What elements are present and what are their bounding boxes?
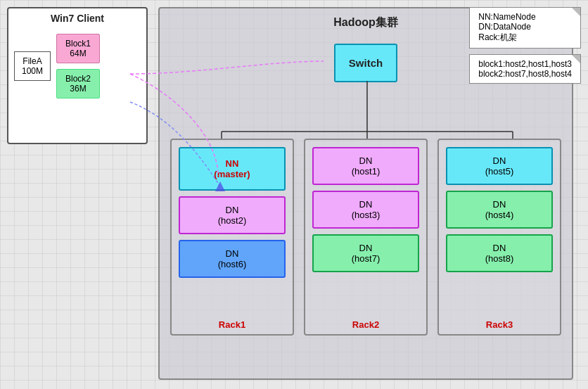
legend-area: NN:NameNode DN:DataNode Rack:机架 block1:h… (469, 7, 581, 84)
block2-label: Block236M (65, 74, 91, 94)
switch-box: Switch (334, 44, 397, 82)
dn-host1-node: DN(host1) (312, 147, 419, 185)
win7-title: Win7 Client (8, 8, 146, 27)
dn-host8-node: DN(host8) (446, 234, 553, 272)
block1-label: Block164M (65, 39, 91, 58)
legend-block1: block1:host2,host1,host3 (478, 59, 572, 69)
win7-client-box: Win7 Client FileA100M Block164M Block236… (7, 7, 148, 144)
nn-master-node: NN(master) (179, 147, 286, 191)
dn-host7-node: DN(host7) (312, 234, 419, 272)
legend-box2: block1:host2,host1,host3 block2:host7,ho… (469, 54, 581, 84)
racks-row: NN(master) DN(host2) DN(host6) Rack1 DN(… (170, 139, 561, 336)
rack2-label: Rack2 (352, 319, 379, 330)
legend-rack: Rack:机架 (478, 32, 572, 44)
filea-label: FileA100M (22, 56, 43, 76)
legend-dn: DN:DataNode (478, 22, 572, 32)
switch-label: Switch (349, 57, 383, 69)
blocks-col: Block164M Block236M (56, 34, 100, 98)
block2-box: Block236M (56, 69, 100, 98)
win7-inner: FileA100M Block164M Block236M (8, 27, 146, 106)
rack1: NN(master) DN(host2) DN(host6) Rack1 (170, 139, 294, 336)
legend-nn: NN:NameNode (478, 12, 572, 22)
dn-host2-node: DN(host2) (179, 196, 286, 234)
rack1-label: Rack1 (219, 319, 245, 330)
rack3: DN(host5) DN(host4) DN(host8) Rack3 (437, 139, 561, 336)
dn-host4-node: DN(host4) (446, 191, 553, 229)
legend-box1: NN:NameNode DN:DataNode Rack:机架 (469, 7, 581, 49)
rack3-label: Rack3 (486, 319, 513, 330)
dn-host3-node: DN(host3) (312, 191, 419, 229)
rack2: DN(host1) DN(host3) DN(host7) Rack2 (304, 139, 428, 336)
filea-box: FileA100M (14, 51, 51, 81)
dn-host6-node: DN(host6) (179, 240, 286, 278)
block1-box: Block164M (56, 34, 100, 63)
legend-block2: block2:host7,host8,host4 (478, 69, 572, 79)
dn-host5-node: DN(host5) (446, 147, 553, 185)
